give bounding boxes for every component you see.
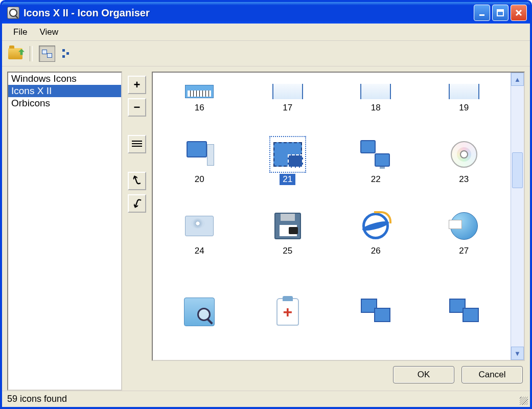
ok-button[interactable]: OK	[393, 366, 454, 383]
statusbar: 59 icons found	[2, 391, 530, 407]
drive-icon	[183, 210, 216, 242]
toolbar	[2, 41, 530, 66]
icon-cell[interactable]: 25	[246, 190, 330, 257]
icon-cell[interactable]: 23	[423, 119, 506, 185]
app-window: Icons X II - Icon Organiser File View Wi…	[0, 0, 532, 409]
collection-list[interactable]: Windows Icons Icons X II Orbicons	[7, 72, 122, 391]
icon-cell[interactable]: 17	[246, 73, 330, 113]
list-item[interactable]: Icons X II	[8, 85, 121, 97]
icon-label: 23	[456, 174, 472, 185]
side-button-column	[124, 72, 150, 391]
scroll-track[interactable]	[511, 86, 524, 347]
remove-button[interactable]	[128, 98, 146, 117]
toolbar-separator	[30, 46, 33, 61]
svg-rect-0	[479, 14, 484, 16]
menu-file[interactable]: File	[7, 25, 33, 39]
icon-cell[interactable]: 21	[246, 119, 330, 185]
scroll-down-button[interactable]: ▼	[511, 347, 524, 360]
properties-button[interactable]	[128, 135, 146, 153]
large-icons-view-button[interactable]	[39, 46, 55, 62]
screens-icon	[359, 296, 392, 328]
dialog-buttons: OK Cancel	[152, 366, 525, 391]
ie-icon	[359, 210, 392, 242]
close-button[interactable]	[511, 5, 527, 21]
scroll-up-button[interactable]: ▲	[511, 73, 524, 86]
globe-mail-icon	[448, 210, 480, 242]
scroll-thumb[interactable]	[512, 152, 523, 188]
icon-label: 21	[280, 174, 295, 185]
large-icons-icon	[42, 50, 52, 58]
icon-cell[interactable]: 20	[158, 119, 241, 185]
list-icon	[132, 141, 142, 148]
icon-label: 22	[368, 174, 384, 185]
menubar: File View	[2, 24, 530, 41]
open-folder-button[interactable]	[7, 46, 24, 62]
minimize-button[interactable]	[474, 5, 490, 21]
icon-cell[interactable]: 26	[334, 190, 418, 257]
icon-cell[interactable]: 22	[334, 119, 418, 185]
list-item[interactable]: Orbicons	[8, 97, 121, 109]
computer-icon	[183, 138, 216, 171]
icon-cell[interactable]	[158, 262, 241, 328]
network-icon	[359, 138, 392, 171]
icon-label: 26	[368, 245, 384, 257]
vertical-scrollbar[interactable]: ▲ ▼	[511, 73, 524, 360]
main-pane: 161718192021222324252627 ▲ ▼ OK Cancel	[152, 72, 525, 391]
app-icon	[7, 7, 19, 19]
icon-label: 16	[192, 102, 207, 113]
status-text: 59 icons found	[7, 394, 67, 404]
icon-cell[interactable]	[423, 262, 506, 328]
window-title: Icons X II - Icon Organiser	[24, 7, 474, 19]
titlebar[interactable]: Icons X II - Icon Organiser	[2, 2, 530, 24]
screens-icon	[448, 296, 480, 328]
icon-cell[interactable]: 18	[334, 73, 418, 113]
icon-cell[interactable]: 19	[423, 73, 506, 113]
icon-cell[interactable]	[334, 262, 418, 328]
monitor-icon	[448, 84, 480, 99]
svg-rect-2	[497, 10, 503, 12]
icon-cell[interactable]: 24	[158, 190, 241, 257]
disc-icon	[448, 138, 480, 171]
list-item[interactable]: Windows Icons	[8, 73, 121, 85]
tree-icon	[62, 49, 73, 58]
floppy-icon	[271, 210, 304, 242]
magnify-icon	[183, 296, 216, 328]
move-down-button[interactable]	[128, 194, 146, 213]
icon-label: 19	[456, 102, 472, 113]
network-selected-icon	[271, 138, 304, 171]
piano-icon	[183, 84, 216, 99]
icon-cell[interactable]: 27	[423, 190, 506, 257]
med-icon	[271, 296, 304, 328]
icon-label: 17	[280, 102, 295, 113]
menu-view[interactable]: View	[33, 25, 64, 39]
maximize-button[interactable]	[492, 5, 508, 21]
monitor-icon	[271, 84, 304, 99]
icon-label: 20	[192, 174, 207, 185]
monitor-icon	[359, 84, 392, 99]
move-up-button[interactable]	[128, 172, 146, 190]
icon-label: 25	[280, 245, 295, 257]
tree-view-button[interactable]	[59, 46, 76, 62]
cancel-button[interactable]: Cancel	[461, 366, 523, 383]
content-area: Windows Icons Icons X II Orbicons 161718…	[2, 66, 530, 391]
icon-label: 24	[192, 245, 207, 257]
icon-label: 27	[456, 245, 472, 257]
resize-grip[interactable]	[520, 397, 528, 405]
icon-label: 18	[368, 102, 384, 113]
add-button[interactable]	[128, 76, 146, 94]
icon-cell[interactable]: 16	[158, 73, 241, 113]
folder-open-icon	[8, 48, 22, 59]
icon-grid[interactable]: 161718192021222324252627	[153, 73, 511, 360]
icon-cell[interactable]	[246, 262, 330, 328]
icon-grid-container: 161718192021222324252627 ▲ ▼	[152, 72, 525, 361]
